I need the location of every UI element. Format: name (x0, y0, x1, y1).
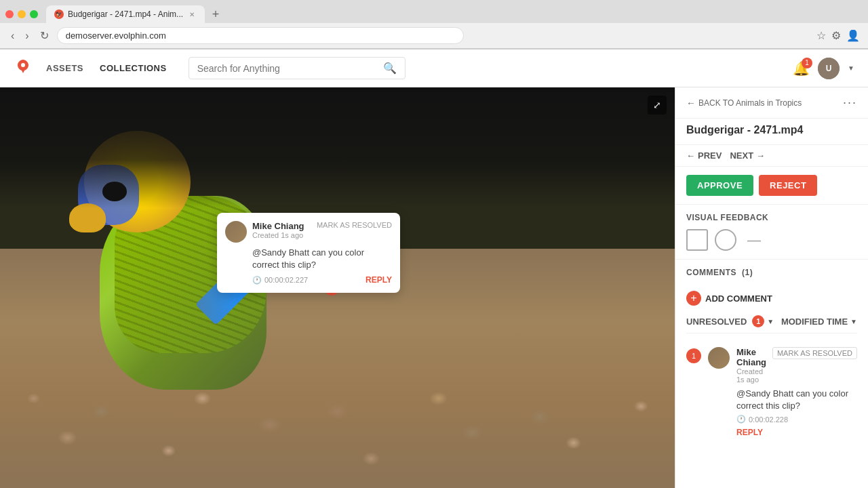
panel-comment-body: Mike Chiang Created 1s ago MARK AS RESOL… (736, 347, 857, 437)
unresolved-filter-button[interactable]: UNRESOLVED 1 ▼ (686, 315, 774, 327)
search-container: 🔍 (189, 57, 406, 79)
comments-header: COMMENTS (1) (686, 268, 857, 284)
panel-comment-avatar (708, 347, 730, 369)
more-options-button[interactable]: ··· (843, 96, 857, 110)
nav-collections[interactable]: COLLECTIONS (100, 63, 167, 73)
panel-comment-header: Mike Chiang Created 1s ago MARK AS RESOL… (736, 347, 857, 386)
comment-popup-timestamp: 🕐 00:00:02.227 (252, 276, 308, 285)
sort-button[interactable]: MODIFIED TIME ▼ (781, 317, 857, 327)
panel-comment-time: Created 1s ago (736, 367, 772, 384)
avatar-initials: U (818, 58, 840, 79)
right-panel: ← BACK TO Animals in Tropics ··· Budgeri… (675, 87, 868, 488)
search-icon: 🔍 (383, 62, 397, 75)
main-content: 1 ⤢ Mike Chiang Created 1s ago MARK AS R… (0, 87, 868, 488)
feedback-tools: — (686, 229, 857, 251)
minimize-button[interactable] (18, 10, 26, 18)
maximize-button[interactable] (30, 10, 38, 18)
filter-row: UNRESOLVED 1 ▼ MODIFIED TIME ▼ (686, 315, 857, 333)
comment-popup-header: Mike Chiang Created 1s ago MARK AS RESOL… (225, 221, 392, 243)
back-link-text: BACK TO Animals in Tropics (698, 98, 802, 108)
comments-label: COMMENTS (686, 268, 736, 277)
prev-arrow-icon: ← (686, 150, 695, 161)
nav-assets[interactable]: ASSETS (46, 63, 83, 73)
prev-button[interactable]: ← PREV (686, 150, 722, 161)
tab-close-button[interactable]: ✕ (187, 9, 197, 19)
filter-chevron-icon: ▼ (767, 318, 774, 325)
forward-button[interactable]: › (22, 28, 31, 43)
app-logo[interactable] (14, 57, 33, 80)
back-button[interactable]: ‹ (8, 28, 17, 43)
user-avatar[interactable]: U (818, 58, 840, 79)
reload-button[interactable]: ↻ (37, 28, 52, 43)
comments-section: COMMENTS (1) + ADD COMMENT UNRESOLVED 1 … (675, 260, 868, 488)
close-button[interactable] (5, 10, 14, 18)
header-right: 🔔 1 U ▼ (793, 58, 854, 79)
comments-count: (1) (742, 268, 753, 277)
app-header: ASSETS COLLECTIONS 🔍 🔔 1 U ▼ (0, 49, 868, 87)
browser-icons: ☆ ⚙ 👤 (816, 29, 860, 42)
line-tool-button[interactable]: — (743, 229, 765, 251)
back-arrow-icon: ← (686, 98, 696, 108)
comment-popup-name: Mike Chiang (252, 221, 311, 231)
tab-bar: 🦅 Budgerigar - 2471.mp4 - Anim... ✕ + (0, 0, 868, 23)
comment-popup-text: @Sandy Bhatt can you color correct this … (252, 247, 392, 271)
browser-chrome: 🦅 Budgerigar - 2471.mp4 - Anim... ✕ + ‹ … (0, 0, 868, 49)
expand-button[interactable]: ⤢ (648, 96, 667, 115)
add-comment-icon: + (686, 291, 701, 306)
file-title: Budgerigar - 2471.mp4 (675, 119, 868, 145)
extensions-icon[interactable]: ⚙ (831, 29, 841, 42)
clock-icon: 🕐 (252, 276, 262, 285)
nav-controls: ← PREV NEXT → (675, 145, 868, 167)
panel-clock-icon: 🕐 (736, 415, 746, 424)
new-tab-button[interactable]: + (208, 6, 224, 22)
comment-popup: Mike Chiang Created 1s ago MARK AS RESOL… (217, 213, 400, 293)
search-input[interactable] (197, 63, 378, 74)
profile-icon[interactable]: 👤 (846, 29, 860, 42)
back-link[interactable]: ← BACK TO Animals in Tropics (686, 98, 802, 108)
panel-comment-timestamp: 🕐 0:00:02.228 (736, 415, 857, 424)
tab-favicon: 🦅 (54, 9, 64, 19)
filter-count-badge: 1 (752, 315, 764, 327)
approve-button[interactable]: APPROVE (686, 175, 753, 196)
avatar-chevron-icon[interactable]: ▼ (848, 64, 854, 72)
panel-comment-text: @Sandy Bhatt can you color correct this … (736, 388, 857, 412)
panel-mark-resolved-button[interactable]: MARK AS RESOLVED (772, 347, 857, 359)
comment-popup-footer: 🕐 00:00:02.227 REPLY (225, 275, 392, 285)
comment-popup-time: Created 1s ago (252, 231, 311, 239)
panel-header: ← BACK TO Animals in Tropics ··· (675, 87, 868, 119)
visual-feedback-label: VISUAL FEEDBACK (686, 213, 857, 222)
panel-comment-name-group: Mike Chiang Created 1s ago (736, 347, 772, 386)
panel-comment: 1 Mike Chiang Created 1s ago MARK AS RES… (686, 342, 857, 443)
comment-popup-mark-resolved-button[interactable]: MARK AS RESOLVED (317, 221, 392, 229)
traffic-lights (5, 10, 38, 18)
video-section: 1 ⤢ Mike Chiang Created 1s ago MARK AS R… (0, 87, 675, 488)
address-bar: ‹ › ↻ ☆ ⚙ 👤 (0, 23, 868, 49)
panel-reply-button[interactable]: REPLY (736, 428, 763, 437)
comment-popup-reply-button[interactable]: REPLY (366, 275, 392, 285)
active-tab[interactable]: 🦅 Budgerigar - 2471.mp4 - Anim... ✕ (46, 5, 205, 23)
url-input[interactable] (57, 27, 464, 44)
svg-point-0 (21, 63, 25, 67)
bookmark-icon[interactable]: ☆ (816, 29, 826, 42)
notifications-button[interactable]: 🔔 1 (793, 60, 810, 77)
circle-tool-button[interactable] (715, 229, 736, 251)
app: ASSETS COLLECTIONS 🔍 🔔 1 U ▼ (0, 49, 868, 488)
visual-feedback-section: VISUAL FEEDBACK — (675, 205, 868, 260)
comment-popup-meta: Mike Chiang Created 1s ago (252, 221, 311, 239)
next-button[interactable]: NEXT → (730, 150, 765, 161)
comment-popup-avatar (225, 221, 247, 243)
action-buttons: APPROVE REJECT (675, 167, 868, 205)
reject-button[interactable]: REJECT (759, 175, 817, 196)
next-arrow-icon: → (756, 150, 765, 161)
add-comment-row[interactable]: + ADD COMMENT (686, 291, 857, 306)
tab-title: Budgerigar - 2471.mp4 - Anim... (68, 9, 183, 19)
rectangle-tool-button[interactable] (686, 229, 708, 251)
add-comment-text: ADD COMMENT (705, 293, 772, 304)
notification-badge: 1 (802, 58, 812, 68)
panel-comment-name: Mike Chiang (736, 347, 772, 367)
panel-comment-number: 1 (686, 348, 701, 363)
sort-chevron-icon: ▼ (850, 318, 857, 325)
